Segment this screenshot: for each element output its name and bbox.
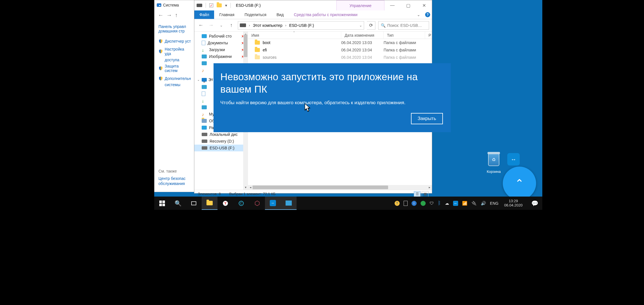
scroll-thumb[interactable] <box>253 186 388 189</box>
hdd-icon <box>202 133 207 136</box>
tab-share[interactable]: Поделиться <box>240 10 271 19</box>
advanced-system-link[interactable]: Дополнительн <box>158 75 191 82</box>
breadcrumb-leaf[interactable]: ESD-USB (F:) <box>289 23 314 28</box>
tray-battery-icon[interactable] <box>404 201 408 206</box>
device-manager-link[interactable]: Диспетчер уст <box>158 37 191 45</box>
nav-history-button[interactable]: ⌄ <box>217 22 225 29</box>
start-button[interactable] <box>154 197 170 210</box>
taskbar-app-blue[interactable] <box>281 197 297 210</box>
nav-recovery[interactable]: Recovery (D:) <box>194 138 248 145</box>
folder-icon <box>206 201 213 205</box>
scroll-top-fab[interactable]: ⌃ <box>503 167 536 200</box>
recycle-bin[interactable]: Корзина <box>482 152 505 174</box>
tray-teamviewer-icon[interactable]: ↔ <box>453 201 458 206</box>
security-center-link[interactable]: Центр безопас обслуживания <box>158 173 194 186</box>
tab-home[interactable]: Главная <box>214 10 239 19</box>
col-type[interactable]: Тип <box>384 32 425 39</box>
forward-icon[interactable]: → <box>166 12 172 18</box>
tab-file[interactable]: Файл <box>194 10 214 19</box>
taskbar-app-c[interactable]: C <box>233 197 249 210</box>
scroll-right-icon[interactable]: ▸ <box>427 185 432 190</box>
view-icons-button[interactable]: ▦ <box>422 191 428 197</box>
breadcrumb-dropdown-icon[interactable]: ⌄ <box>359 23 362 27</box>
nav-esd-usb[interactable]: ESD-USB (F:) <box>194 145 248 151</box>
back-icon[interactable]: ← <box>158 12 164 18</box>
explorer-titlebar[interactable]: ✓ ▾ ESD-USB (F:) Управление — ▢ ✕ <box>194 0 432 10</box>
chevron-right-icon[interactable]: › <box>285 23 287 27</box>
refresh-button[interactable]: ⟳ <box>367 21 375 30</box>
tray-power-icon[interactable]: 🔌 <box>471 201 477 206</box>
search-button[interactable]: 🔍 <box>170 197 186 210</box>
close-button[interactable]: Закрыть <box>411 113 443 124</box>
file-row[interactable]: boot 06.04.2020 13:03 Папка с файлами <box>248 39 432 46</box>
up-icon[interactable]: ↑ <box>175 12 178 18</box>
nav-forward-button[interactable]: → <box>207 22 215 29</box>
view-details-button[interactable]: ☰ <box>414 191 421 197</box>
nav-back-button[interactable]: ← <box>197 22 204 29</box>
cursor-icon <box>304 103 311 112</box>
nav-downloads[interactable]: Загрузки📌 <box>194 46 248 53</box>
maximize-button[interactable]: ▢ <box>400 0 416 10</box>
close-button[interactable]: ✕ <box>416 0 432 10</box>
tray-green-icon[interactable] <box>421 201 426 206</box>
system-title: Система <box>163 3 179 7</box>
system-tray: ? i 🛡 ᛒ ☁ ↔ 📶 🔌 🔊 ENG 13:29 06.04.2020 💬 <box>395 197 542 210</box>
scroll-left-icon[interactable]: ◂ <box>248 185 253 190</box>
chevron-right-icon[interactable]: › <box>248 23 251 27</box>
system-titlebar[interactable]: Система <box>155 0 195 10</box>
tray-defender-icon[interactable]: 🛡 <box>430 201 434 206</box>
control-panel-home-link[interactable]: Панель управл <box>158 23 191 29</box>
help-button[interactable]: ? <box>423 10 432 19</box>
qat-properties-icon[interactable]: ✓ <box>209 3 213 7</box>
search-input[interactable]: 🔍 Поиск: ESD-USB… <box>378 21 429 30</box>
taskbar-explorer[interactable] <box>202 197 217 210</box>
remote-settings-link2[interactable]: доступа <box>158 58 191 62</box>
nav-desktop-quick[interactable]: Рабочий сто📌 <box>194 33 248 40</box>
teamviewer-shortcut[interactable]: ↔ <box>502 153 525 165</box>
file-row[interactable]: efi 06.04.2020 13:04 Папка с файлами <box>248 46 432 54</box>
tray-clock[interactable]: 13:29 06.04.2020 <box>502 199 524 208</box>
scroll-thumb[interactable] <box>244 34 247 57</box>
tab-app-tools[interactable]: Средства работы с приложениями <box>289 10 362 19</box>
folder-icon <box>255 48 260 52</box>
tray-info-icon[interactable]: i <box>412 201 417 206</box>
system-protection-link[interactable]: Защита систем <box>158 62 191 75</box>
minimize-button[interactable]: — <box>384 0 400 10</box>
control-panel-home-link2[interactable]: домашняя стр <box>158 29 191 33</box>
qat-dropdown-icon[interactable]: ▾ <box>225 3 227 8</box>
tab-view[interactable]: Вид <box>271 10 289 19</box>
folder-icon <box>255 55 260 59</box>
breadcrumb-root[interactable]: Этот компьютер <box>253 23 282 28</box>
breadcrumb[interactable]: › Этот компьютер › ESD-USB (F:) ⌄ <box>238 21 364 30</box>
taskbar-yandex[interactable]: Y <box>217 197 233 210</box>
address-bar-row: ← → ⌄ ↑ › Этот компьютер › ESD-USB (F:) … <box>194 19 432 32</box>
advanced-system-link2[interactable]: системы <box>158 82 191 87</box>
nav-documents[interactable]: Документы📌 <box>194 40 248 46</box>
scroll-down-icon[interactable]: ▾ <box>243 185 248 190</box>
tray-help-icon[interactable]: ? <box>395 201 400 206</box>
list-h-scrollbar[interactable]: ◂ ▸ <box>248 185 432 190</box>
tray-wifi-icon[interactable]: 📶 <box>462 201 467 206</box>
sort-asc-icon[interactable]: ˄ <box>293 31 295 35</box>
remote-settings-link[interactable]: Настройка уда <box>158 45 191 58</box>
taskbar-app-hex[interactable]: ⬡ <box>249 197 265 210</box>
tray-volume-icon[interactable]: 🔊 <box>481 201 486 206</box>
download-icon <box>202 99 207 103</box>
qat-newfolder-icon[interactable] <box>217 3 222 7</box>
expand-ribbon-icon[interactable]: ⌄ <box>414 10 423 19</box>
tray-onedrive-icon[interactable]: ☁ <box>445 201 449 206</box>
hdd-icon <box>202 146 207 150</box>
col-size[interactable]: Р <box>425 32 432 39</box>
tray-language[interactable]: ENG <box>490 201 499 206</box>
action-center-button[interactable]: 💬 <box>528 197 541 210</box>
nav-up-button[interactable]: ↑ <box>228 22 235 29</box>
file-row[interactable]: sources 06.04.2020 13:04 Папка с файлами <box>248 54 432 61</box>
tray-bluetooth-icon[interactable]: ᛒ <box>438 200 441 206</box>
task-view-button[interactable] <box>186 197 202 210</box>
taskbar-teamviewer[interactable]: ↔ <box>265 197 281 210</box>
col-modified[interactable]: Дата изменения <box>341 32 384 39</box>
hdd-icon <box>202 140 207 143</box>
nav-pictures[interactable]: Изображени📌 <box>194 53 248 60</box>
yandex-icon: Y <box>223 201 228 206</box>
status-selection: Выбран 1 элемент: 72,1 КБ <box>229 192 275 196</box>
